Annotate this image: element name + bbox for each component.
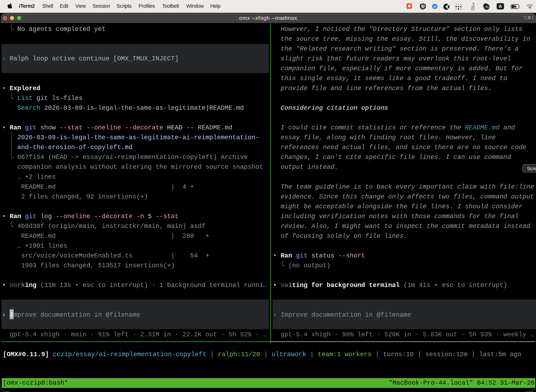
svg-text:1: 1 [531,16,534,20]
svg-text:..61: ..61 [484,5,489,9]
